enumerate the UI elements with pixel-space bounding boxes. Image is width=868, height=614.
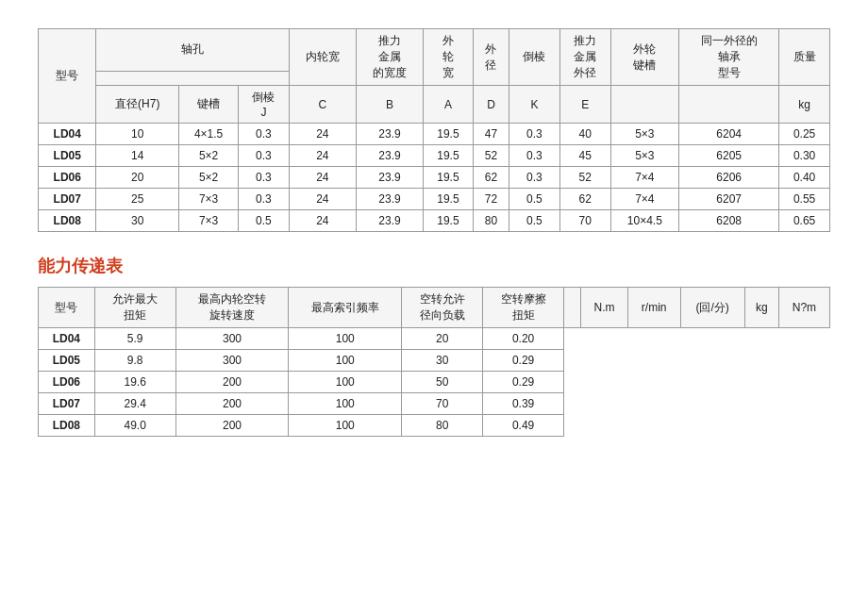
table-cell: 45 xyxy=(559,145,610,167)
table-cell: 100 xyxy=(289,372,402,393)
table-cell: 19.5 xyxy=(424,145,474,167)
table-cell: 20 xyxy=(96,167,179,189)
table-cell: LD08 xyxy=(39,210,96,232)
col-chamfer: 倒棱 xyxy=(509,29,560,86)
main-table-1: 型号 轴孔 内轮宽 推力金属的宽度 外轮宽 外径 倒棱 推力金属外径 外轮键槽 … xyxy=(38,28,830,232)
table-cell: 0.3 xyxy=(509,167,560,189)
col-E: E xyxy=(559,86,610,124)
table-cell: 100 xyxy=(289,415,402,437)
table-cell: 40 xyxy=(559,124,610,145)
table-cell: 100 xyxy=(289,350,402,372)
table-cell: 70 xyxy=(559,210,610,232)
t2-col-model: 型号 xyxy=(39,288,95,328)
table-cell: 24 xyxy=(289,210,356,232)
table-cell: 0.3 xyxy=(239,145,290,167)
table-cell: 62 xyxy=(473,167,509,189)
t2-unit-model xyxy=(564,288,581,328)
col-bearing: 同一外径的轴承型号 xyxy=(679,29,779,86)
col-C: C xyxy=(289,86,356,124)
table-cell: 49.0 xyxy=(94,415,175,437)
table-cell: 300 xyxy=(175,328,289,350)
table-cell: 24 xyxy=(289,167,356,189)
table-cell: 23.9 xyxy=(356,210,423,232)
t2-unit-freq: (回/分) xyxy=(680,288,744,328)
col-outer-key-h xyxy=(610,86,679,124)
table2-body: LD045.9300100200.20LD059.8300100300.29LD… xyxy=(39,328,830,437)
table-cell: 72 xyxy=(473,189,509,210)
table-cell: LD07 xyxy=(39,393,95,415)
col-thrust-width: 推力金属的宽度 xyxy=(356,29,423,86)
table-row: LD045.9300100200.20 xyxy=(39,328,830,350)
table-cell: 47 xyxy=(473,124,509,145)
col-model: 型号 xyxy=(39,29,96,124)
table-cell: 62 xyxy=(559,189,610,210)
table-cell: 7×4 xyxy=(610,189,679,210)
col-bearing-h xyxy=(679,86,779,124)
table-cell: 0.20 xyxy=(483,328,564,350)
t2-col-friction: 空转摩擦扭矩 xyxy=(483,288,564,328)
table-cell: 0.29 xyxy=(483,372,564,393)
table-cell: 6205 xyxy=(679,145,779,167)
header-row-1: 型号 轴孔 内轮宽 推力金属的宽度 外轮宽 外径 倒棱 推力金属外径 外轮键槽 … xyxy=(39,29,830,72)
table-row: LD05145×20.32423.919.5520.3455×362050.30 xyxy=(39,145,830,167)
table-cell: 70 xyxy=(402,393,483,415)
table-row: LD0619.6200100500.29 xyxy=(39,372,830,393)
col-A: A xyxy=(424,86,474,124)
table-cell: 0.29 xyxy=(483,350,564,372)
table-cell: 0.3 xyxy=(239,167,290,189)
table-cell: LD06 xyxy=(39,372,95,393)
table-cell: 300 xyxy=(175,350,289,372)
table-cell: LD04 xyxy=(39,124,96,145)
col-shaft: 轴孔 xyxy=(96,29,289,72)
table-cell: 19.5 xyxy=(424,210,474,232)
table-cell: 52 xyxy=(559,167,610,189)
table-row: LD07257×30.32423.919.5720.5627×462070.55 xyxy=(39,189,830,210)
main-table-2: 型号 允许最大扭矩 最高内轮空转旋转速度 最高索引频率 空转允许径向负载 空转摩… xyxy=(38,287,830,437)
table-cell: 25 xyxy=(96,189,179,210)
table-cell: 10 xyxy=(96,124,179,145)
table-cell: 19.6 xyxy=(94,372,175,393)
t2-col-torque: 允许最大扭矩 xyxy=(94,288,175,328)
table-row: LD08307×30.52423.919.5800.57010×4.562080… xyxy=(39,210,830,232)
t2-unit-torque: N.m xyxy=(581,288,627,328)
table-cell: 7×4 xyxy=(610,167,679,189)
col-outer-width: 外轮宽 xyxy=(424,29,474,86)
t2-unit-friction: N?m xyxy=(778,288,829,328)
table-row: LD059.8300100300.29 xyxy=(39,350,830,372)
table-cell: LD05 xyxy=(39,145,96,167)
table-cell: 23.9 xyxy=(356,145,423,167)
table-cell: 0.3 xyxy=(239,189,290,210)
table-cell: 100 xyxy=(289,328,402,350)
table-cell: 0.49 xyxy=(483,415,564,437)
table-cell: 23.9 xyxy=(356,124,423,145)
col-outer-key: 外轮键槽 xyxy=(610,29,679,86)
t2-col-speed: 最高内轮空转旋转速度 xyxy=(175,288,289,328)
table-cell: 80 xyxy=(473,210,509,232)
table-cell: 20 xyxy=(402,328,483,350)
table-cell: 24 xyxy=(289,124,356,145)
table-cell: 0.3 xyxy=(509,124,560,145)
table-cell: 24 xyxy=(289,189,356,210)
table-cell: 0.25 xyxy=(779,124,830,145)
table-cell: 7×3 xyxy=(179,189,239,210)
table-cell: LD06 xyxy=(39,167,96,189)
col-weight-unit: kg xyxy=(779,86,830,124)
table-cell: 0.65 xyxy=(779,210,830,232)
col-keyway: 键槽 xyxy=(179,86,239,124)
table1-body: LD04104×1.50.32423.919.5470.3405×362040.… xyxy=(39,124,830,232)
col-od: 外径 xyxy=(473,29,509,86)
table-cell: 100 xyxy=(289,393,402,415)
table-row: LD06205×20.32423.919.5620.3527×462060.40 xyxy=(39,167,830,189)
table-cell: 0.5 xyxy=(509,210,560,232)
table-cell: 23.9 xyxy=(356,189,423,210)
t2-col-load: 空转允许径向负载 xyxy=(402,288,483,328)
section2-title: 能力传递表 xyxy=(38,255,830,277)
table-cell: 0.3 xyxy=(239,124,290,145)
table-cell: 0.5 xyxy=(509,189,560,210)
table-cell: 0.30 xyxy=(779,145,830,167)
col-shaft-sub xyxy=(96,71,289,85)
table-cell: 0.40 xyxy=(779,167,830,189)
table-row: LD0849.0200100800.49 xyxy=(39,415,830,437)
table-cell: 30 xyxy=(402,350,483,372)
col-B: B xyxy=(356,86,423,124)
